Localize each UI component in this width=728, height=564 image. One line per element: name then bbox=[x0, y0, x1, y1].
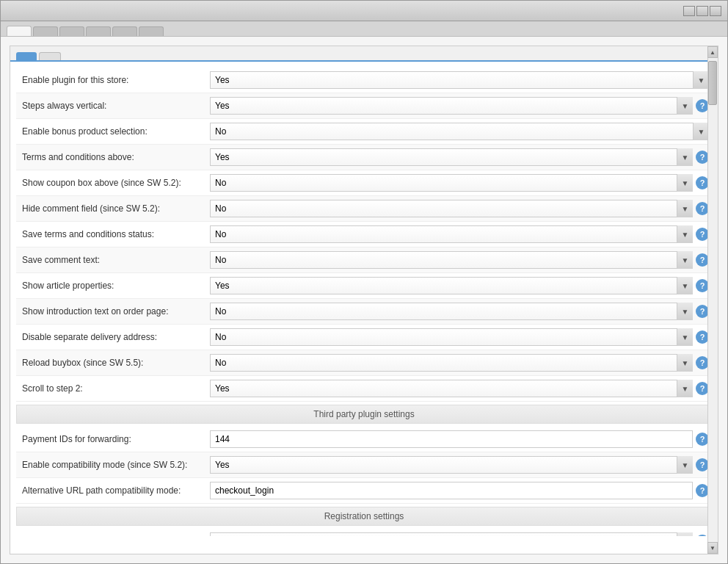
tab-change-log[interactable] bbox=[86, 26, 111, 36]
settings-control: YesNo▼? bbox=[210, 532, 709, 536]
settings-label: Show article properties: bbox=[19, 281, 210, 291]
settings-row: Terms and conditions above:YesNo▼? bbox=[16, 145, 712, 170]
settings-label: Terms and conditions above: bbox=[19, 152, 210, 162]
settings-row: Enable plugin for this store:YesNo▼ bbox=[16, 68, 712, 93]
settings-control: YesNo▼? bbox=[210, 380, 709, 397]
settings-select-200[interactable]: YesNo bbox=[210, 532, 693, 536]
settings-label: Hide comment field (since SW 5.2): bbox=[19, 203, 210, 214]
tabs-bar bbox=[1, 21, 727, 37]
scrollbar-thumb[interactable] bbox=[708, 61, 717, 105]
settings-row: Payment IDs for forwarding:? bbox=[16, 427, 712, 452]
settings-select-4[interactable]: YesNo bbox=[210, 174, 693, 192]
select-wrapper: YesNo▼ bbox=[210, 354, 693, 372]
select-wrapper: YesNo▼ bbox=[210, 71, 709, 89]
settings-select-11[interactable]: YesNo bbox=[210, 354, 693, 372]
scrollbar-track: ▲ ▼ bbox=[707, 46, 718, 554]
settings-row: Show article properties:YesNo▼? bbox=[16, 273, 712, 299]
settings-label: Payment IDs for forwarding: bbox=[19, 434, 210, 444]
select-wrapper: YesNo▼ bbox=[210, 380, 693, 397]
close-button[interactable] bbox=[710, 6, 721, 16]
tab-plugin-description[interactable] bbox=[59, 26, 84, 36]
settings-select-6[interactable]: YesNo bbox=[210, 225, 693, 243]
sub-tabs bbox=[10, 46, 718, 62]
settings-row: Show coupon box above (since SW 5.2):Yes… bbox=[16, 170, 712, 196]
section-header: Registration settings bbox=[16, 507, 712, 526]
select-wrapper: YesNo▼ bbox=[210, 225, 693, 243]
text-input-102[interactable] bbox=[210, 482, 693, 499]
settings-label: Enable plugin for this store: bbox=[19, 75, 210, 85]
settings-label: Show coupon box above (since SW 5.2): bbox=[19, 178, 210, 188]
main-window: Enable plugin for this store:YesNo▼Steps… bbox=[0, 0, 728, 564]
titlebar bbox=[1, 1, 727, 21]
settings-control: YesNo▼? bbox=[210, 328, 709, 346]
settings-label: Show introduction text on order page: bbox=[19, 306, 210, 317]
settings-row: Save comment text:YesNo▼? bbox=[16, 247, 712, 273]
settings-row: Disable separate delivery address:YesNo▼… bbox=[16, 325, 712, 350]
window-controls bbox=[683, 6, 721, 16]
select-wrapper: YesNo▼ bbox=[210, 123, 709, 140]
settings-select-101[interactable]: YesNo bbox=[210, 456, 693, 474]
settings-select-10[interactable]: YesNo bbox=[210, 328, 693, 346]
settings-label: Enable bonus product selection: bbox=[19, 126, 210, 137]
settings-row: Enable compatibility mode (since SW 5.2)… bbox=[16, 452, 712, 478]
settings-label: Save comment text: bbox=[19, 255, 210, 265]
settings-row: Show introduction text on order page:Yes… bbox=[16, 299, 712, 325]
settings-row: Guest registration activated by default:… bbox=[16, 529, 712, 536]
settings-label: Alternative URL path compatibility mode: bbox=[19, 485, 210, 496]
settings-select-3[interactable]: YesNo bbox=[210, 148, 693, 166]
select-wrapper: YesNo▼ bbox=[210, 532, 693, 536]
select-wrapper: YesNo▼ bbox=[210, 251, 693, 269]
tab-installation-manual[interactable] bbox=[139, 26, 164, 36]
settings-row: Hide comment field (since SW 5.2):YesNo▼… bbox=[16, 196, 712, 222]
minimize-button[interactable] bbox=[683, 6, 695, 16]
settings-control: YesNo▼? bbox=[210, 97, 709, 115]
content-area: Enable plugin for this store:YesNo▼Steps… bbox=[10, 46, 718, 554]
settings-select-9[interactable]: YesNo bbox=[210, 303, 693, 320]
text-input-100[interactable] bbox=[210, 430, 693, 448]
settings-control: YesNo▼? bbox=[210, 354, 709, 372]
settings-select-2[interactable]: YesNo bbox=[210, 123, 709, 140]
settings-label: Save terms and conditions status: bbox=[19, 229, 210, 239]
settings-select-7[interactable]: YesNo bbox=[210, 251, 693, 269]
tab-comments[interactable] bbox=[112, 26, 137, 36]
settings-control: YesNo▼? bbox=[210, 303, 709, 320]
select-wrapper: YesNo▼ bbox=[210, 277, 693, 294]
settings-row: Steps always vertical:YesNo▼? bbox=[16, 93, 712, 119]
select-wrapper: YesNo▼ bbox=[210, 174, 693, 192]
settings-row: Alternative URL path compatibility mode:… bbox=[16, 478, 712, 504]
settings-label: Steps always vertical: bbox=[19, 101, 210, 111]
settings-row: Enable bonus product selection:YesNo▼ bbox=[16, 119, 712, 145]
settings-control: ? bbox=[210, 430, 709, 448]
sub-tab-demoshop[interactable] bbox=[16, 52, 37, 60]
settings-body[interactable]: Enable plugin for this store:YesNo▼Steps… bbox=[10, 62, 718, 536]
restore-button[interactable] bbox=[696, 6, 708, 16]
settings-label: Reload buybox (since SW 5.5): bbox=[19, 358, 210, 368]
settings-control: YesNo▼ bbox=[210, 71, 709, 89]
settings-select-5[interactable]: YesNo bbox=[210, 200, 693, 217]
settings-label: Scroll to step 2: bbox=[19, 383, 210, 394]
sub-tab-en[interactable] bbox=[39, 52, 61, 60]
settings-control: YesNo▼? bbox=[210, 148, 709, 166]
select-wrapper: YesNo▼ bbox=[210, 328, 693, 346]
tab-description[interactable] bbox=[33, 26, 58, 36]
settings-row: Reload buybox (since SW 5.5):YesNo▼? bbox=[16, 350, 712, 376]
settings-select-0[interactable]: YesNo bbox=[210, 71, 709, 89]
settings-control: YesNo▼? bbox=[210, 456, 709, 474]
settings-row: Save terms and conditions status:YesNo▼? bbox=[16, 222, 712, 247]
scrollbar-up[interactable]: ▲ bbox=[707, 46, 718, 58]
settings-control: YesNo▼? bbox=[210, 225, 709, 243]
settings-control: YesNo▼? bbox=[210, 277, 709, 294]
select-wrapper: YesNo▼ bbox=[210, 97, 693, 115]
settings-label: Enable compatibility mode (since SW 5.2)… bbox=[19, 460, 210, 470]
scrollbar-down[interactable]: ▼ bbox=[707, 542, 718, 554]
settings-select-8[interactable]: YesNo bbox=[210, 277, 693, 294]
select-wrapper: YesNo▼ bbox=[210, 148, 693, 166]
settings-select-1[interactable]: YesNo bbox=[210, 97, 693, 115]
section-header: Third party plugin settings bbox=[16, 405, 712, 424]
select-wrapper: YesNo▼ bbox=[210, 200, 693, 217]
settings-select-12[interactable]: YesNo bbox=[210, 380, 693, 397]
settings-control: YesNo▼? bbox=[210, 251, 709, 269]
settings-control: YesNo▼ bbox=[210, 123, 709, 140]
tab-configuration[interactable] bbox=[7, 26, 32, 36]
settings-row: Scroll to step 2:YesNo▼? bbox=[16, 376, 712, 402]
